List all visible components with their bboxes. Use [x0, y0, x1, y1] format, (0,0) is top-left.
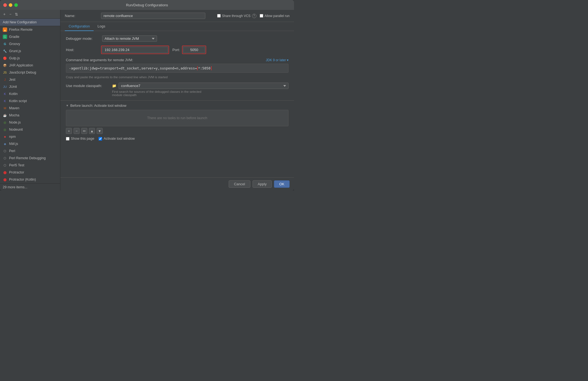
sidebar-item-jar-application[interactable]: 📦JAR Application [0, 62, 60, 69]
minimize-button[interactable] [9, 3, 12, 7]
tab-logs[interactable]: Logs [94, 22, 109, 31]
sidebar-item-label-perl-remote: Perl Remote Debugging [9, 156, 46, 160]
allow-parallel-group: Allow parallel run [260, 14, 290, 18]
allow-parallel-checkbox[interactable] [260, 14, 263, 18]
cmdline-highlight: *:5050 [197, 66, 212, 70]
sidebar-item-label-maven: Maven [9, 106, 19, 110]
tab-configuration[interactable]: Configuration [65, 22, 94, 31]
share-vcs-checkbox[interactable] [217, 14, 221, 18]
kotlin-script-icon: K [3, 99, 7, 103]
activate-window-checkbox[interactable] [99, 137, 102, 141]
sidebar-item-maven[interactable]: MMaven [0, 105, 60, 112]
classpath-select[interactable]: confluence7 [119, 83, 289, 89]
sidebar-item-kotlin-script[interactable]: KKotlin script [0, 97, 60, 105]
jdk-link[interactable]: JDK 9 or later ▾ [266, 58, 289, 62]
debugger-mode-label: Debugger mode: [66, 37, 99, 41]
ok-button[interactable]: OK [274, 180, 290, 188]
sidebar-item-npm[interactable]: ■npm [0, 133, 60, 140]
sidebar-item-javascript-debug[interactable]: JSJavaScript Debug [0, 69, 60, 76]
sidebar-item-nodejs[interactable]: ◎Node.js [0, 119, 60, 126]
sidebar-item-nwjs[interactable]: ◈NW.js [0, 140, 60, 147]
share-vcs-help-icon[interactable]: ? [252, 14, 256, 18]
sidebar-item-junit[interactable]: JUJUnit [0, 83, 60, 90]
classpath-label: Use module classpath: [66, 84, 110, 88]
classpath-section: Use module classpath: 📁 confluence7 Firs… [66, 83, 289, 97]
maven-icon: M [3, 106, 7, 110]
host-port-row: Host: Port: [66, 46, 289, 54]
sidebar-item-gradle[interactable]: GGradle [0, 33, 60, 40]
cancel-button[interactable]: Cancel [229, 180, 250, 188]
before-launch-header[interactable]: ▼ Before launch: Activate tool window [66, 103, 289, 108]
more-items[interactable]: 29 more items... [0, 183, 60, 190]
sidebar-item-gulpjs[interactable]: 🔴Gulp.js [0, 55, 60, 62]
before-launch-empty: There are no tasks to run before launch [66, 110, 289, 126]
activate-window-label: Activate tool window [103, 137, 135, 141]
before-launch-add-button[interactable]: + [66, 128, 72, 134]
name-input[interactable] [101, 13, 205, 19]
gulpjs-icon: 🔴 [3, 56, 7, 60]
config-body: Debugger mode: Attach to remote JVM List… [60, 31, 294, 177]
sidebar-item-jest[interactable]: JJest [0, 76, 60, 83]
sidebar-item-perl[interactable]: ⬡Perl [0, 147, 60, 155]
junit-icon: JU [3, 85, 7, 89]
before-launch-remove-button[interactable]: − [74, 128, 80, 134]
right-panel: Name: Share through VCS ? Allow parallel… [60, 10, 294, 190]
debugger-mode-row: Debugger mode: Attach to remote JVM List… [66, 35, 289, 42]
before-launch-edit-button[interactable]: ✏ [81, 128, 87, 134]
show-page-label: Show this page [71, 137, 94, 141]
classpath-row: Use module classpath: 📁 confluence7 [66, 83, 289, 89]
cmdline-text: -agentlib:jdwp=transport=dt_socket,serve… [69, 66, 212, 70]
host-section: Host: [66, 46, 169, 54]
sidebar-item-firefox-remote[interactable]: 🔥Firefox Remote [0, 26, 60, 33]
protractor-icon: ⬤ [3, 170, 7, 175]
collapse-arrow-icon: ▼ [66, 104, 69, 107]
debugger-mode-select[interactable]: Attach to remote JVM Listen to remote JV… [102, 35, 157, 42]
sidebar-item-label-npm: npm [9, 135, 16, 139]
add-config-icon[interactable]: ＋ [2, 12, 7, 16]
before-launch-label: Before launch: Activate tool window [70, 103, 127, 108]
window-title: Run/Debug Configurations [126, 3, 168, 7]
run-debug-configurations-window: Run/Debug Configurations ＋ － ⇅ Add New C… [0, 0, 294, 190]
javascript-debug-icon: JS [3, 70, 7, 75]
sidebar-item-protractor[interactable]: ⬤Protractor [0, 169, 60, 176]
sort-config-icon[interactable]: ⇅ [14, 12, 19, 16]
firefox-remote-icon: 🔥 [3, 27, 7, 32]
before-launch-footer: Show this page Activate tool window [66, 137, 289, 141]
before-launch-up-button[interactable]: ▲ [89, 128, 95, 134]
apply-button[interactable]: Apply [253, 180, 272, 188]
sidebar-item-protractor-kotlin[interactable]: ⬤Protractor (Kotlin) [0, 176, 60, 183]
sidebar-item-label-nodeunit: Nodeunit [9, 128, 23, 131]
show-page-checkbox[interactable] [66, 137, 69, 141]
sidebar-list: 🔥Firefox RemoteGGradleGGroovy🔧Grunt.js🔴G… [0, 26, 60, 183]
protractor-kotlin-icon: ⬤ [3, 177, 7, 182]
sidebar-item-label-nodejs: Node.js [9, 121, 21, 124]
sidebar-item-label-gradle: Gradle [9, 35, 19, 39]
sidebar-item-label-jest: Jest [9, 78, 15, 82]
sidebar-item-label-firefox-remote: Firefox Remote [9, 28, 32, 32]
share-vcs-group: Share through VCS ? [217, 14, 256, 18]
groovy-icon: G [3, 42, 7, 46]
window-controls [3, 3, 18, 7]
remove-config-icon[interactable]: － [8, 12, 13, 16]
share-vcs-label: Share through VCS [222, 14, 251, 18]
sidebar-item-mocha[interactable]: ☕Mocha [0, 112, 60, 119]
port-input[interactable] [183, 47, 205, 53]
sidebar-item-groovy[interactable]: GGroovy [0, 40, 60, 47]
sidebar-item-nodeunit[interactable]: ◎Nodeunit [0, 126, 60, 133]
sidebar-item-kotlin[interactable]: KKotlin [0, 90, 60, 97]
tabs-bar: Configuration Logs [60, 22, 294, 31]
sidebar-item-perl5-test[interactable]: ⬡Perl5 Test [0, 162, 60, 169]
sidebar-item-gruntjs[interactable]: 🔧Grunt.js [0, 47, 60, 55]
maximize-button[interactable] [14, 3, 18, 7]
cmdline-header: Command line arguments for remote JVM: J… [66, 58, 289, 62]
header-right: Share through VCS ? Allow parallel run [217, 14, 290, 18]
sidebar-item-perl-remote[interactable]: ⬡Perl Remote Debugging [0, 155, 60, 162]
close-button[interactable] [3, 3, 7, 7]
before-launch-down-button[interactable]: ▼ [97, 128, 103, 134]
host-input[interactable] [102, 47, 168, 53]
perl-icon: ⬡ [3, 149, 7, 153]
sidebar-item-label-protractor: Protractor [9, 170, 24, 174]
sidebar: ＋ － ⇅ Add New Configuration 🔥Firefox Rem… [0, 10, 60, 190]
main-content: ＋ － ⇅ Add New Configuration 🔥Firefox Rem… [0, 10, 294, 190]
mocha-icon: ☕ [3, 113, 7, 117]
